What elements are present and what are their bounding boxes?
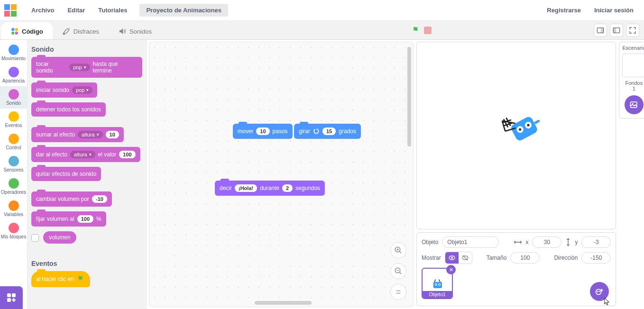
block-palette[interactable]: Sonido tocar sonido pop hasta que termin… [28, 40, 147, 309]
cat-looks[interactable]: Apariencia [0, 64, 27, 86]
add-extension-button[interactable] [0, 286, 23, 309]
ws-block-say-for[interactable]: decir ¡Hola! durante 2 segundos [215, 181, 325, 196]
svg-rect-1 [15, 28, 18, 31]
green-flag-icon[interactable] [412, 26, 421, 35]
workspace-zoom-controls: = [390, 242, 406, 300]
dropdown-sound[interactable]: pop [69, 64, 90, 71]
checkbox-volume[interactable] [31, 234, 39, 242]
delete-sprite-button[interactable]: ✕ [446, 265, 456, 274]
y-input[interactable] [581, 236, 611, 248]
dropdown-effect[interactable]: altura [78, 131, 103, 138]
svg-point-26 [597, 291, 598, 292]
block-change-volume[interactable]: cambiar volumen por -10 [31, 191, 112, 207]
zoom-reset-button[interactable]: = [390, 284, 406, 300]
block-stop-all-sounds[interactable]: detener todos los sonidos [31, 102, 106, 117]
input-number[interactable]: 100 [77, 215, 93, 223]
scrollbar-vertical[interactable] [407, 47, 411, 146]
tab-costumes[interactable]: Disfraces [53, 22, 109, 39]
input-number[interactable]: 100 [119, 151, 135, 158]
input-number[interactable]: 10 [256, 127, 269, 135]
stop-icon[interactable] [424, 27, 432, 34]
sprite-tile[interactable]: ✕ Objeto1 [422, 268, 453, 299]
tab-costumes-label: Disfraces [74, 28, 99, 35]
zoom-in-button[interactable] [390, 242, 406, 258]
menu-edit[interactable]: Editar [61, 3, 92, 18]
workspace[interactable]: mover 10 pasos girar 15 grados decir ¡Ho… [149, 42, 414, 307]
block-volume-reporter[interactable]: volumen [43, 231, 76, 244]
input-number[interactable]: 10 [106, 131, 119, 138]
cat-myblocks[interactable]: Mis bloques [0, 220, 27, 242]
fullscreen-button[interactable] [626, 24, 639, 37]
input-text[interactable]: ¡Hola! [235, 184, 257, 192]
zoom-out-button[interactable] [390, 263, 406, 279]
cat-sensing[interactable]: Sensores [0, 153, 27, 175]
tab-sounds[interactable]: Sonidos [109, 22, 161, 39]
cat-events[interactable]: Eventos [0, 109, 27, 131]
stage-size-small-button[interactable] [594, 24, 607, 37]
login-link[interactable]: Iniciar sesión [588, 3, 640, 18]
stage-size-large-button[interactable] [610, 24, 623, 37]
block-when-flag-clicked[interactable]: al hacer clic en [31, 271, 90, 287]
register-link[interactable]: Registrarse [540, 3, 588, 18]
ws-block-turn[interactable]: girar 15 grados [294, 124, 361, 139]
direction-label: Dirección [554, 254, 578, 261]
x-input[interactable] [532, 236, 561, 248]
right-column: Objeto x y Mostrar [415, 40, 644, 309]
stage-thumbnail[interactable] [622, 54, 644, 77]
svg-point-29 [632, 103, 634, 104]
block-change-effect[interactable]: sumar al efecto altura 10 [31, 127, 124, 142]
direction-input[interactable] [581, 252, 611, 264]
ws-block-move[interactable]: mover 10 pasos [233, 124, 293, 139]
block-set-effect[interactable]: dar al efecto altura el valor 100 [31, 147, 140, 162]
project-title[interactable]: Proyecto de Animaciones [139, 4, 228, 17]
input-number[interactable]: 15 [322, 127, 336, 135]
sprite-name-input[interactable] [442, 236, 499, 248]
svg-rect-0 [11, 28, 14, 31]
sprite-thumb-icon [429, 276, 446, 291]
block-play-sound-until[interactable]: tocar sonido pop hasta que termine [31, 57, 142, 78]
show-button[interactable] [445, 252, 459, 264]
scenario-label: Escenario [622, 45, 644, 51]
dropdown-effect[interactable]: altura [70, 151, 95, 158]
hide-button[interactable] [459, 252, 472, 264]
svg-rect-30 [7, 293, 11, 297]
block-start-sound[interactable]: iniciar sonido pop [31, 82, 97, 98]
svg-point-27 [599, 291, 600, 292]
cat-motion-label: Movimiento [1, 56, 26, 61]
size-input[interactable] [510, 252, 540, 264]
block-set-volume[interactable]: fijar volumen al 100 % [31, 211, 106, 227]
dropdown-sound[interactable]: pop [72, 86, 92, 94]
sprite-on-stage[interactable] [493, 101, 548, 155]
cat-control[interactable]: Control [0, 131, 27, 153]
cat-motion[interactable]: Movimiento [0, 42, 27, 64]
stage-panel[interactable]: Escenario Fondos 1 [619, 42, 644, 118]
sprite-list: ✕ Objeto1 [422, 268, 611, 302]
menu-tutorials[interactable]: Tutoriales [92, 3, 134, 18]
svg-point-4 [63, 33, 65, 35]
scrollbar-horizontal[interactable] [255, 301, 312, 305]
add-backdrop-button[interactable] [625, 95, 644, 114]
backdrops-label: Fondos [622, 80, 644, 86]
svg-rect-20 [433, 282, 442, 288]
input-number[interactable]: -10 [92, 195, 107, 203]
block-clear-effects[interactable]: quitar efectos de sonido [31, 167, 101, 181]
cat-operators[interactable]: Operadores [0, 175, 27, 198]
cat-operators-label: Operadores [1, 190, 26, 195]
sprite-info-panel: Objeto x y Mostrar [416, 232, 616, 306]
stage[interactable] [416, 42, 616, 229]
cat-variables[interactable]: Variables [0, 198, 27, 220]
svg-point-22 [435, 284, 436, 285]
input-number[interactable]: 2 [282, 184, 293, 192]
flag-icon [77, 275, 85, 283]
tabbar: Código Disfraces Sonidos [0, 21, 644, 40]
svg-rect-16 [534, 119, 540, 125]
cat-myblocks-label: Mis bloques [1, 234, 26, 239]
svg-rect-28 [630, 102, 636, 108]
menu-file[interactable]: Archivo [25, 3, 61, 18]
svg-rect-32 [7, 298, 11, 302]
svg-rect-6 [601, 27, 604, 33]
svg-rect-3 [15, 32, 18, 35]
xy-arrows-icon [565, 238, 571, 246]
cat-sound[interactable]: Sonido [0, 86, 27, 109]
tab-code[interactable]: Código [1, 22, 53, 39]
